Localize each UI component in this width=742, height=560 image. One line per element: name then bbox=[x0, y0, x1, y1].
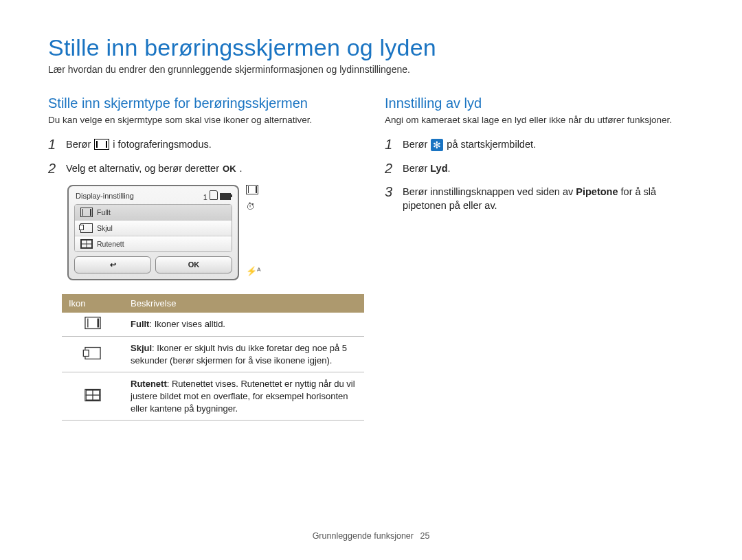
th-desc: Beskrivelse bbox=[124, 294, 364, 313]
page-subtitle: Lær hvordan du endrer den grunnleggende … bbox=[48, 64, 694, 75]
screen-status-icons: 1 bbox=[203, 190, 231, 201]
ok-button[interactable]: OK bbox=[155, 256, 232, 273]
camera-screen: Display-innstilling 1 Fullt Skjul bbox=[67, 185, 239, 280]
right-intro: Angi om kameraet skal lage en lyd eller … bbox=[385, 114, 694, 126]
sd-card-icon bbox=[210, 190, 218, 200]
screen-option-skjul[interactable]: Skjul bbox=[75, 221, 232, 236]
step-text: Berør bbox=[403, 139, 430, 150]
step-text: Berør bbox=[403, 163, 430, 174]
step-bold: Pipetone bbox=[576, 186, 618, 197]
table-row: Rutenett: Rutenettet vises. Rutenettet e… bbox=[62, 372, 364, 421]
battery-icon bbox=[220, 193, 231, 200]
step-number: 1 bbox=[48, 137, 59, 151]
display-grid-icon bbox=[85, 388, 100, 401]
flash-icon: ⚡ᴬ bbox=[246, 266, 258, 276]
step-number: 2 bbox=[48, 161, 59, 175]
screen-title: Display-innstilling bbox=[76, 192, 134, 200]
step-text: . bbox=[240, 163, 243, 174]
camera-screen-mock: Display-innstilling 1 Fullt Skjul bbox=[67, 185, 357, 280]
display-full-icon bbox=[85, 317, 100, 329]
mode-icon bbox=[246, 185, 258, 194]
step-number: 1 bbox=[385, 137, 396, 151]
display-grid-icon bbox=[80, 239, 93, 249]
screen-option-rutenett[interactable]: Rutenett bbox=[75, 236, 232, 251]
footer-section: Grunnleggende funksjoner bbox=[313, 531, 414, 541]
screen-option-fullt[interactable]: Fullt bbox=[75, 205, 232, 221]
left-step-1: 1 Berør i fotograferingsmodus. bbox=[48, 137, 357, 151]
display-full-icon bbox=[94, 139, 109, 150]
step-text: Berør innstillingsknappen ved siden av bbox=[403, 186, 576, 197]
step-bold: Lyd bbox=[430, 163, 447, 174]
table-row: Skjul: Ikoner er skjult hvis du ikke for… bbox=[62, 337, 364, 372]
step-text: på startskjermbildet. bbox=[447, 139, 536, 150]
page-number: 25 bbox=[420, 531, 429, 541]
right-step-2: 2 Berør Lyd. bbox=[385, 161, 694, 175]
left-step-2: 2 Velg et alternativ, og berør deretter … bbox=[48, 161, 357, 175]
display-full-icon bbox=[80, 208, 93, 217]
display-hide-icon bbox=[80, 223, 93, 233]
step-number: 2 bbox=[385, 161, 396, 175]
right-step-3: 3 Berør innstillingsknappen ved siden av… bbox=[385, 185, 694, 213]
back-button[interactable]: ↩ bbox=[74, 256, 151, 273]
th-icon: Ikon bbox=[62, 294, 124, 313]
screen-side-icons: ⏱ ⚡ᴬ bbox=[246, 185, 258, 276]
page-title: Stille inn berøringsskjermen og lyden bbox=[48, 34, 694, 61]
step-text: i fotograferingsmodus. bbox=[113, 139, 211, 150]
settings-gear-icon: ✻ bbox=[431, 139, 443, 151]
step-text: Berør bbox=[66, 139, 93, 150]
step-number: 3 bbox=[385, 185, 396, 199]
left-intro: Du kan velge en skjermtype som skal vise… bbox=[48, 114, 357, 126]
right-heading: Innstilling av lyd bbox=[385, 96, 694, 111]
ok-icon: OK bbox=[222, 163, 237, 175]
left-heading: Stille inn skjermtype for berøringsskjer… bbox=[48, 96, 357, 111]
right-column: Innstilling av lyd Angi om kameraet skal… bbox=[385, 96, 694, 421]
timer-icon: ⏱ bbox=[246, 201, 258, 211]
screen-option-list: Fullt Skjul Rutenett bbox=[74, 204, 232, 252]
table-row: Fullt: Ikoner vises alltid. bbox=[62, 313, 364, 337]
icon-description-table: Ikon Beskrivelse Fullt: Ikoner vises all… bbox=[62, 294, 364, 421]
page-footer: Grunnleggende funksjoner 25 bbox=[0, 531, 742, 541]
right-step-1: 1 Berør ✻ på startskjermbildet. bbox=[385, 137, 694, 151]
step-text: Velg et alternativ, og berør deretter bbox=[66, 163, 222, 174]
left-column: Stille inn skjermtype for berøringsskjer… bbox=[48, 96, 357, 421]
display-hide-icon bbox=[85, 347, 100, 359]
